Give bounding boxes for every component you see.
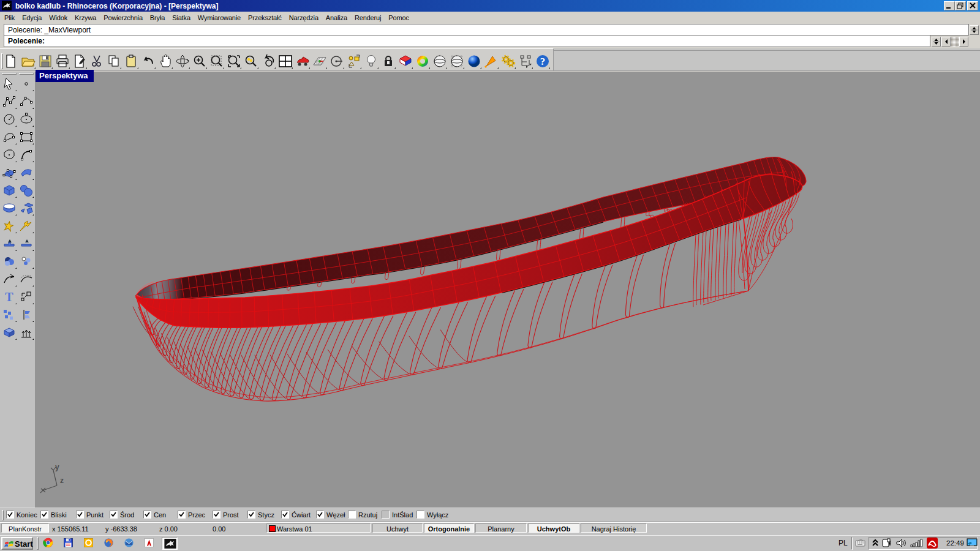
svg-text:y: y (55, 465, 59, 471)
svg-text:z: z (60, 476, 64, 485)
svg-text:?: ? (540, 56, 546, 67)
svg-text:T: T (5, 290, 13, 304)
